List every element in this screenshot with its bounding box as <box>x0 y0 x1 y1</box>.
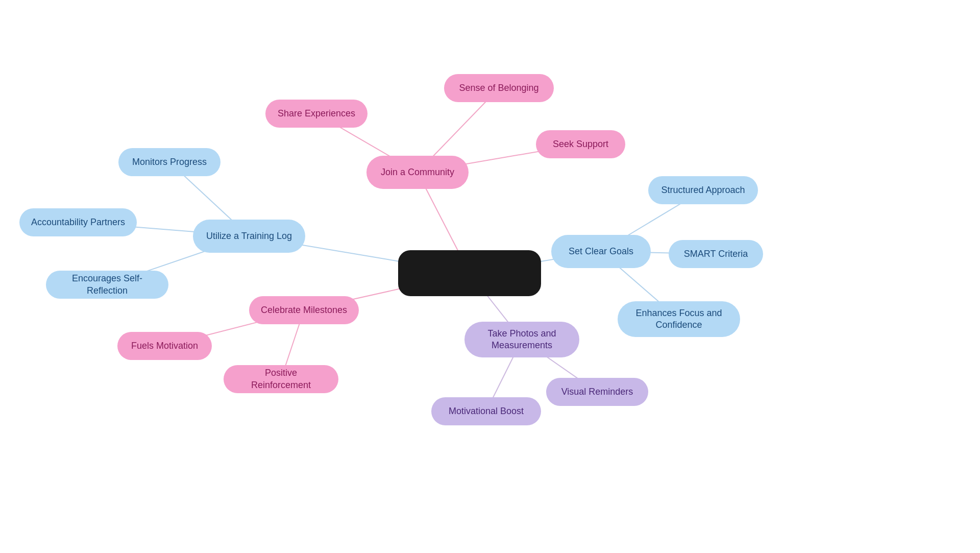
center-node[interactable] <box>398 250 541 296</box>
celebrate-milestones-node[interactable]: Celebrate Milestones <box>249 296 359 324</box>
sense-of-belonging-node[interactable]: Sense of Belonging <box>444 74 554 102</box>
join-community-node[interactable]: Join a Community <box>366 156 469 189</box>
smart-criteria-node[interactable]: SMART Criteria <box>669 240 763 268</box>
structured-approach-node[interactable]: Structured Approach <box>648 176 758 204</box>
monitors-progress-node[interactable]: Monitors Progress <box>118 148 220 176</box>
positive-reinforcement-node[interactable]: Positive Reinforcement <box>224 365 338 393</box>
enhances-focus-node[interactable]: Enhances Focus and Confidence <box>618 301 740 337</box>
set-clear-goals-node[interactable]: Set Clear Goals <box>551 235 651 268</box>
take-photos-node[interactable]: Take Photos and Measurements <box>464 322 579 357</box>
motivational-boost-node[interactable]: Motivational Boost <box>431 397 541 425</box>
fuels-motivation-node[interactable]: Fuels Motivation <box>117 332 212 360</box>
seek-support-node[interactable]: Seek Support <box>536 130 625 158</box>
visual-reminders-node[interactable]: Visual Reminders <box>546 378 648 406</box>
share-experiences-node[interactable]: Share Experiences <box>265 100 368 128</box>
mind-map-canvas: Utilize a Training LogMonitors ProgressA… <box>0 0 980 553</box>
utilize-training-log-node[interactable]: Utilize a Training Log <box>193 220 305 253</box>
accountability-partners-node[interactable]: Accountability Partners <box>19 208 137 236</box>
encourages-self-reflection-node[interactable]: Encourages Self-Reflection <box>46 271 168 299</box>
